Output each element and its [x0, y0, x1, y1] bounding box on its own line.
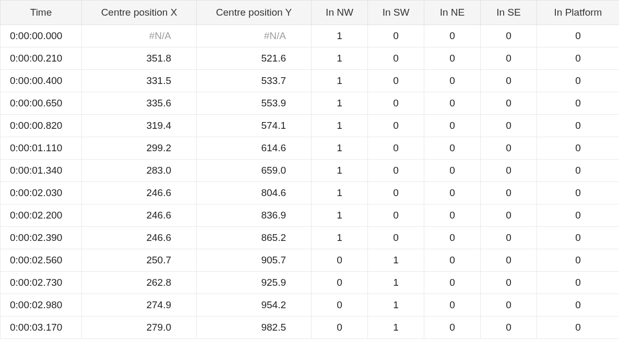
cell-plat[interactable]: 0	[537, 47, 620, 70]
cell-nw[interactable]: 1	[312, 227, 368, 249]
table-row[interactable]: 0:00:00.820319.4574.110000	[1, 115, 620, 137]
cell-posy[interactable]: 533.7	[197, 70, 312, 92]
cell-nw[interactable]: 0	[312, 294, 368, 317]
cell-ne[interactable]: 0	[424, 160, 481, 182]
col-header-posy[interactable]: Centre position Y	[197, 1, 312, 25]
cell-posy[interactable]: 905.7	[197, 249, 312, 272]
cell-se[interactable]: 0	[481, 317, 537, 339]
cell-plat[interactable]: 0	[537, 317, 620, 339]
cell-se[interactable]: 0	[481, 272, 537, 294]
cell-time[interactable]: 0:00:03.170	[1, 317, 82, 339]
cell-posy[interactable]: 982.5	[197, 317, 312, 339]
cell-ne[interactable]: 0	[424, 272, 481, 294]
cell-plat[interactable]: 0	[537, 160, 620, 182]
cell-sw[interactable]: 0	[368, 160, 424, 182]
cell-ne[interactable]: 0	[424, 249, 481, 272]
cell-time[interactable]: 0:00:02.390	[1, 227, 82, 249]
cell-sw[interactable]: 1	[368, 317, 424, 339]
cell-posy[interactable]: 521.6	[197, 47, 312, 70]
cell-nw[interactable]: 1	[312, 182, 368, 204]
table-row[interactable]: 0:00:01.110299.2614.610000	[1, 137, 620, 160]
col-header-se[interactable]: In SE	[481, 1, 537, 25]
cell-posx[interactable]: 246.6	[82, 227, 197, 249]
cell-posy[interactable]: 836.9	[197, 204, 312, 227]
cell-sw[interactable]: 0	[368, 70, 424, 92]
cell-posx[interactable]: 351.8	[82, 47, 197, 70]
cell-time[interactable]: 0:00:02.730	[1, 272, 82, 294]
table-row[interactable]: 0:00:00.210351.8521.610000	[1, 47, 620, 70]
table-row[interactable]: 0:00:00.400331.5533.710000	[1, 70, 620, 92]
cell-se[interactable]: 0	[481, 92, 537, 115]
cell-plat[interactable]: 0	[537, 272, 620, 294]
cell-time[interactable]: 0:00:01.340	[1, 160, 82, 182]
cell-se[interactable]: 0	[481, 294, 537, 317]
cell-nw[interactable]: 1	[312, 25, 368, 47]
table-row[interactable]: 0:00:02.030246.6804.610000	[1, 182, 620, 204]
cell-sw[interactable]: 0	[368, 115, 424, 137]
cell-se[interactable]: 0	[481, 182, 537, 204]
cell-posx[interactable]: 250.7	[82, 249, 197, 272]
cell-se[interactable]: 0	[481, 137, 537, 160]
cell-ne[interactable]: 0	[424, 317, 481, 339]
table-row[interactable]: 0:00:02.560250.7905.701000	[1, 249, 620, 272]
cell-posy[interactable]: 954.2	[197, 294, 312, 317]
cell-sw[interactable]: 0	[368, 182, 424, 204]
cell-nw[interactable]: 1	[312, 204, 368, 227]
cell-ne[interactable]: 0	[424, 25, 481, 47]
col-header-ne[interactable]: In NE	[424, 1, 481, 25]
cell-sw[interactable]: 1	[368, 294, 424, 317]
cell-posy[interactable]: 614.6	[197, 137, 312, 160]
table-row[interactable]: 0:00:00.650335.6553.910000	[1, 92, 620, 115]
cell-se[interactable]: 0	[481, 227, 537, 249]
cell-plat[interactable]: 0	[537, 137, 620, 160]
table-row[interactable]: 0:00:00.000#N/A#N/A10000	[1, 25, 620, 47]
cell-time[interactable]: 0:00:01.110	[1, 137, 82, 160]
cell-nw[interactable]: 1	[312, 160, 368, 182]
cell-ne[interactable]: 0	[424, 294, 481, 317]
cell-sw[interactable]: 1	[368, 249, 424, 272]
cell-plat[interactable]: 0	[537, 25, 620, 47]
cell-posx[interactable]: 246.6	[82, 182, 197, 204]
cell-posy[interactable]: 925.9	[197, 272, 312, 294]
cell-se[interactable]: 0	[481, 249, 537, 272]
cell-time[interactable]: 0:00:00.400	[1, 70, 82, 92]
col-header-time[interactable]: Time	[1, 1, 82, 25]
cell-sw[interactable]: 0	[368, 92, 424, 115]
table-row[interactable]: 0:00:01.340283.0659.010000	[1, 160, 620, 182]
cell-posy[interactable]: 804.6	[197, 182, 312, 204]
cell-nw[interactable]: 1	[312, 115, 368, 137]
cell-plat[interactable]: 0	[537, 70, 620, 92]
cell-ne[interactable]: 0	[424, 227, 481, 249]
table-row[interactable]: 0:00:02.980274.9954.201000	[1, 294, 620, 317]
cell-ne[interactable]: 0	[424, 47, 481, 70]
cell-posy[interactable]: 574.1	[197, 115, 312, 137]
cell-ne[interactable]: 0	[424, 182, 481, 204]
cell-sw[interactable]: 0	[368, 227, 424, 249]
cell-nw[interactable]: 1	[312, 137, 368, 160]
cell-posy[interactable]: 659.0	[197, 160, 312, 182]
cell-posy[interactable]: 865.2	[197, 227, 312, 249]
cell-time[interactable]: 0:00:02.200	[1, 204, 82, 227]
cell-time[interactable]: 0:00:00.000	[1, 25, 82, 47]
cell-posx[interactable]: 319.4	[82, 115, 197, 137]
table-row[interactable]: 0:00:03.170279.0982.501000	[1, 317, 620, 339]
cell-ne[interactable]: 0	[424, 92, 481, 115]
cell-posx[interactable]: 283.0	[82, 160, 197, 182]
cell-posy[interactable]: #N/A	[197, 25, 312, 47]
cell-se[interactable]: 0	[481, 47, 537, 70]
cell-posx[interactable]: #N/A	[82, 25, 197, 47]
cell-plat[interactable]: 0	[537, 182, 620, 204]
cell-nw[interactable]: 0	[312, 317, 368, 339]
cell-posy[interactable]: 553.9	[197, 92, 312, 115]
cell-nw[interactable]: 1	[312, 70, 368, 92]
cell-nw[interactable]: 1	[312, 47, 368, 70]
cell-se[interactable]: 0	[481, 25, 537, 47]
cell-time[interactable]: 0:00:02.560	[1, 249, 82, 272]
cell-nw[interactable]: 0	[312, 272, 368, 294]
cell-se[interactable]: 0	[481, 115, 537, 137]
cell-se[interactable]: 0	[481, 160, 537, 182]
cell-time[interactable]: 0:00:02.980	[1, 294, 82, 317]
cell-time[interactable]: 0:00:00.820	[1, 115, 82, 137]
cell-posx[interactable]: 274.9	[82, 294, 197, 317]
cell-posx[interactable]: 262.8	[82, 272, 197, 294]
